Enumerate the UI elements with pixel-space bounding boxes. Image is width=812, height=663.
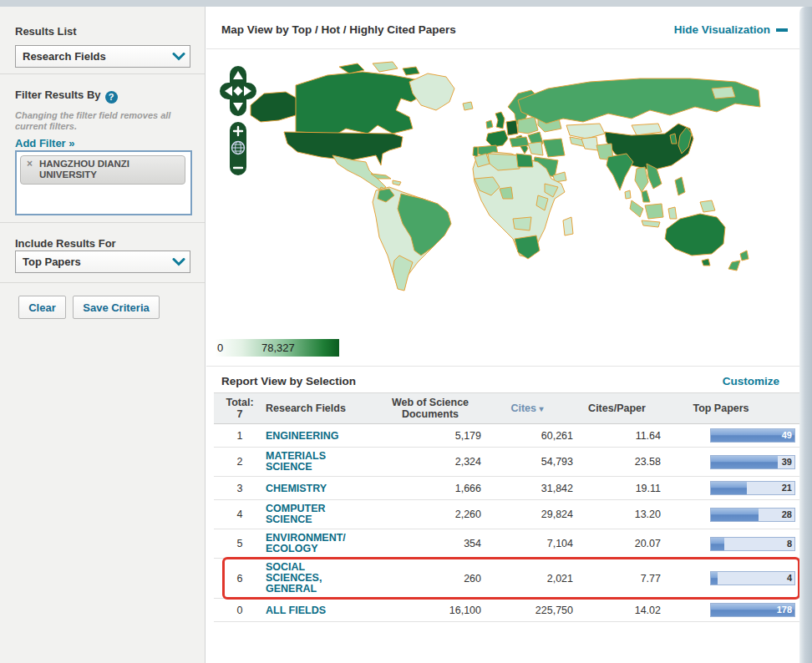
top-papers-bar: 21 <box>710 481 795 495</box>
field-link[interactable]: SOCIAL SCIENCES, GENERAL <box>266 562 353 595</box>
sidebar: Results List Research Fields Filter Resu… <box>0 7 206 663</box>
clear-button[interactable]: Clear <box>18 296 66 319</box>
row-rank: 5 <box>214 538 266 549</box>
table-row: 1 ENGINEERING 5,179 60,261 11.64 49 <box>214 424 799 448</box>
top-papers-bar-fill <box>711 456 778 468</box>
row-cites: 7,104 <box>481 538 573 549</box>
customize-link[interactable]: Customize <box>723 375 779 387</box>
legend-min: 0 <box>217 342 223 354</box>
table-row: 5 ENVIRONMENT/ECOLOGY 354 7,104 20.07 8 <box>214 529 799 559</box>
top-papers-bar: 178 <box>710 603 795 617</box>
row-rank: 6 <box>214 573 266 585</box>
top-papers-value: 49 <box>782 430 792 440</box>
row-cites-per-paper: 19.11 <box>573 483 661 494</box>
legend-max: 78,327 <box>261 342 295 354</box>
divider <box>0 73 205 74</box>
world-choropleth-map[interactable] <box>214 52 799 334</box>
remove-filter-icon[interactable]: × <box>27 159 33 170</box>
row-cites-per-paper: 23.58 <box>573 456 661 468</box>
column-cites-sort[interactable]: Cites ▾ <box>481 402 573 414</box>
help-icon[interactable]: ? <box>105 91 118 104</box>
table-header-row: Total: 7 Research Fields Web of Science … <box>214 392 799 424</box>
top-papers-value: 39 <box>782 457 792 467</box>
row-cites: 60,261 <box>481 430 573 442</box>
esi-page: Results List Research Fields Filter Resu… <box>0 0 812 663</box>
save-criteria-button[interactable]: Save Criteria <box>73 296 160 319</box>
results-list-select[interactable]: Research Fields <box>15 45 190 68</box>
field-link[interactable]: MATERIALS SCIENCE <box>266 451 353 473</box>
filter-note: Changing the filter field removes all cu… <box>15 110 184 132</box>
row-rank: 0 <box>214 605 266 616</box>
row-cites-per-paper: 20.07 <box>573 538 661 549</box>
zoom-control <box>230 122 246 175</box>
top-papers-value: 178 <box>777 605 792 615</box>
map-legend: 0 78,327 <box>215 339 339 357</box>
column-cites-per-paper: Cites/Paper <box>573 402 661 414</box>
top-papers-value: 28 <box>782 509 792 519</box>
top-papers-bar-fill <box>711 509 759 521</box>
row-cites-per-paper: 14.02 <box>573 605 661 616</box>
top-papers-bar: 28 <box>710 508 795 522</box>
top-papers-value: 4 <box>787 573 792 583</box>
include-results-select[interactable]: Top Papers <box>15 251 190 273</box>
row-cites: 31,842 <box>481 483 573 494</box>
row-docs: 354 <box>379 538 481 549</box>
hide-visualization-link[interactable]: Hide Visualization <box>674 23 788 36</box>
field-link[interactable]: CHEMISTRY <box>266 483 353 494</box>
collapse-minus-icon <box>776 28 788 32</box>
row-cites-per-paper: 7.77 <box>573 573 661 585</box>
filter-tag: × HANGZHOU DIANZI UNIVERSITY <box>20 155 185 185</box>
row-cites: 29,824 <box>481 509 573 520</box>
top-papers-bar: 8 <box>710 537 795 551</box>
divider <box>206 48 799 49</box>
scrollbar[interactable] <box>799 7 812 663</box>
top-papers-value: 21 <box>782 483 792 493</box>
row-rank: 2 <box>214 456 266 468</box>
table-row: 3 CHEMISTRY 1,666 31,842 19.11 21 <box>214 477 799 500</box>
top-papers-bar-fill <box>711 538 724 550</box>
row-cites-per-paper: 13.20 <box>573 509 661 520</box>
field-link[interactable]: ENVIRONMENT/ECOLOGY <box>266 533 353 554</box>
row-docs: 260 <box>379 573 481 585</box>
row-cites: 2,021 <box>481 573 573 585</box>
column-research-fields: Research Fields <box>266 402 379 414</box>
top-papers-bar-fill <box>711 482 747 494</box>
row-cites: 54,793 <box>481 456 573 468</box>
row-docs: 2,260 <box>379 509 481 520</box>
filter-results-heading: Filter Results By? <box>15 89 118 104</box>
add-filter-link[interactable]: Add Filter » <box>15 137 75 149</box>
row-rank: 1 <box>214 430 266 442</box>
top-strip <box>0 0 812 7</box>
row-rank: 4 <box>214 509 266 520</box>
row-cites-per-paper: 11.64 <box>573 430 661 442</box>
chevron-down-icon <box>168 258 190 266</box>
active-filters-box: × HANGZHOU DIANZI UNIVERSITY <box>15 150 192 215</box>
column-top-papers: Top Papers <box>661 402 799 414</box>
divider <box>0 222 205 223</box>
results-list-heading: Results List <box>15 25 77 38</box>
report-view-title: Report View by Selection <box>221 375 356 387</box>
top-papers-bar: 4 <box>710 571 795 585</box>
results-list-selected-value: Research Fields <box>16 50 168 63</box>
field-link[interactable]: COMPUTER SCIENCE <box>266 504 353 525</box>
table-row: 0 ALL FIELDS 16,100 225,750 14.02 178 <box>214 599 799 622</box>
row-docs: 1,666 <box>379 483 481 494</box>
report-table: Total: 7 Research Fields Web of Science … <box>214 392 799 622</box>
column-total: Total: 7 <box>214 397 266 420</box>
table-row: 6 SOCIAL SCIENCES, GENERAL 260 2,021 7.7… <box>214 559 799 599</box>
field-link[interactable]: ENGINEERING <box>266 431 353 442</box>
row-docs: 2,324 <box>379 456 481 468</box>
map-view-title: Map View by Top / Hot / Highly Cited Pap… <box>221 23 456 36</box>
table-row: 4 COMPUTER SCIENCE 2,260 29,824 13.20 28 <box>214 500 799 529</box>
row-docs: 16,100 <box>379 605 481 616</box>
divider <box>0 282 205 283</box>
field-link[interactable]: ALL FIELDS <box>266 605 353 616</box>
top-papers-bar: 39 <box>710 455 795 469</box>
pan-control <box>220 66 256 116</box>
include-results-selected-value: Top Papers <box>16 256 168 268</box>
top-papers-bar-fill <box>711 572 718 585</box>
map-controls[interactable] <box>219 65 257 177</box>
include-results-heading: Include Results For <box>15 237 116 250</box>
sort-desc-icon: ▾ <box>540 404 544 413</box>
row-docs: 5,179 <box>379 430 481 442</box>
